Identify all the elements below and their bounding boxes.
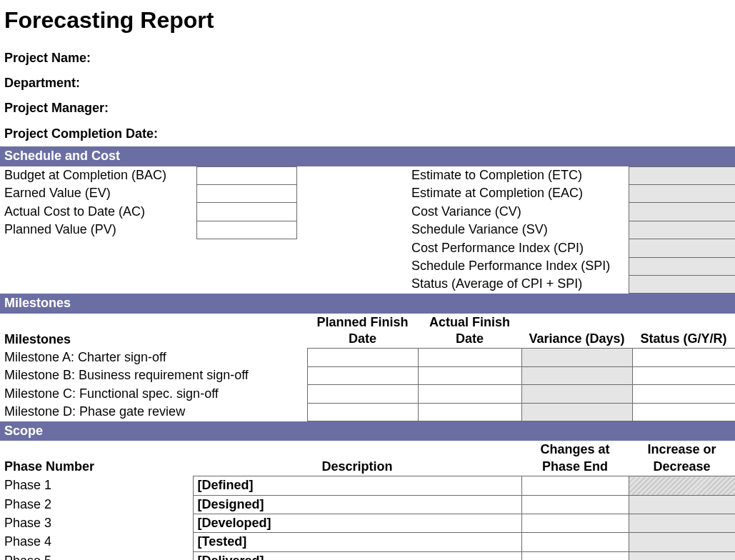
milestone-variance[interactable] xyxy=(521,403,632,421)
milestones-table: Milestones Planned Finish Date Actual Fi… xyxy=(0,314,735,421)
scope-incdec[interactable] xyxy=(629,551,735,560)
schedule-cost-table: Budget at Completion (BAC) Estimate to C… xyxy=(0,166,735,294)
sc-right-label: Status (Average of CPI + SPI) xyxy=(407,275,629,293)
sc-right-value[interactable] xyxy=(629,275,735,293)
milestone-status[interactable] xyxy=(632,349,735,366)
section-scope: Scope xyxy=(0,421,735,441)
table-row: Milestone B: Business requirement sign-o… xyxy=(0,366,735,384)
sc-right-value[interactable] xyxy=(629,166,735,184)
milestone-status[interactable] xyxy=(632,366,735,384)
milestones-col: Status (G/Y/R) xyxy=(632,314,735,349)
scope-col: Phase Number xyxy=(0,441,193,476)
scope-phase: Phase 2 xyxy=(0,495,193,514)
section-schedule-cost: Schedule and Cost xyxy=(0,146,735,166)
scope-changes[interactable] xyxy=(521,495,629,514)
milestone-planned[interactable] xyxy=(307,385,418,403)
sc-right-value[interactable] xyxy=(629,203,735,221)
meta-completion-date: Project Completion Date: xyxy=(0,121,735,146)
scope-desc[interactable]: [Developed] xyxy=(193,514,521,532)
scope-desc[interactable]: [Delivered] xyxy=(193,551,521,560)
scope-col: Increase or Decrease xyxy=(629,441,735,476)
milestone-variance[interactable] xyxy=(521,349,632,366)
sc-right-label: Schedule Performance Index (SPI) xyxy=(407,257,629,275)
scope-col: Description xyxy=(193,441,521,476)
table-row: Phase 3 [Developed] xyxy=(0,514,735,532)
table-row: Milestone A: Charter sign-off xyxy=(0,349,735,366)
scope-desc[interactable]: [Designed] xyxy=(193,495,521,514)
table-row: Phase 1 [Defined] xyxy=(0,476,735,495)
sc-left-label: Earned Value (EV) xyxy=(0,184,196,202)
meta-project-manager: Project Manager: xyxy=(0,96,735,121)
milestone-name: Milestone B: Business requirement sign-o… xyxy=(0,366,307,384)
milestone-name: Milestone D: Phase gate review xyxy=(0,403,307,421)
table-row: Phase 4 [Tested] xyxy=(0,533,735,551)
milestones-col: Variance (Days) xyxy=(521,314,632,349)
scope-phase: Phase 4 xyxy=(0,533,193,551)
scope-changes[interactable] xyxy=(521,533,629,551)
milestone-planned[interactable] xyxy=(307,349,418,366)
milestone-planned[interactable] xyxy=(307,403,418,421)
milestone-actual[interactable] xyxy=(418,349,521,366)
milestone-actual[interactable] xyxy=(418,385,521,403)
scope-table: Phase Number Description Changes at Phas… xyxy=(0,441,735,560)
scope-incdec[interactable] xyxy=(629,533,735,551)
table-row: Phase 5 [Delivered] xyxy=(0,551,735,560)
scope-incdec[interactable] xyxy=(629,476,735,495)
milestones-col: Milestones xyxy=(0,314,307,349)
meta-project-name: Project Name: xyxy=(0,46,735,71)
milestone-name: Milestone C: Functional spec. sign-off xyxy=(0,385,307,403)
sc-right-label: Estimate at Completion (EAC) xyxy=(407,184,629,202)
milestone-actual[interactable] xyxy=(418,366,521,384)
scope-desc[interactable]: [Tested] xyxy=(193,533,521,551)
section-milestones: Milestones xyxy=(0,294,735,313)
scope-desc[interactable]: [Defined] xyxy=(193,476,521,495)
milestones-col: Actual Finish Date xyxy=(418,314,521,349)
sc-right-value[interactable] xyxy=(629,239,735,257)
page-title: Forecasting Report xyxy=(0,0,735,46)
sc-right-value[interactable] xyxy=(629,184,735,202)
milestones-col: Planned Finish Date xyxy=(307,314,418,349)
sc-left-label: Planned Value (PV) xyxy=(0,221,196,239)
sc-left-input[interactable] xyxy=(196,166,296,184)
sc-left-input[interactable] xyxy=(196,184,296,202)
milestone-planned[interactable] xyxy=(307,366,418,384)
scope-col: Changes at Phase End xyxy=(521,441,629,476)
sc-left-input[interactable] xyxy=(196,203,296,221)
scope-incdec[interactable] xyxy=(629,495,735,514)
sc-left-label: Budget at Completion (BAC) xyxy=(0,166,196,184)
scope-incdec[interactable] xyxy=(629,514,735,532)
milestone-variance[interactable] xyxy=(521,366,632,384)
table-row: Milestone D: Phase gate review xyxy=(0,403,735,421)
sc-right-value[interactable] xyxy=(629,221,735,239)
sc-right-label: Schedule Variance (SV) xyxy=(407,221,629,239)
meta-department: Department: xyxy=(0,71,735,96)
sc-right-label: Cost Variance (CV) xyxy=(407,203,629,221)
table-row: Phase 2 [Designed] xyxy=(0,495,735,514)
milestone-name: Milestone A: Charter sign-off xyxy=(0,349,307,366)
table-row: Milestone C: Functional spec. sign-off xyxy=(0,385,735,403)
scope-phase: Phase 5 xyxy=(0,551,193,560)
scope-changes[interactable] xyxy=(521,551,629,560)
scope-changes[interactable] xyxy=(521,514,629,532)
milestone-variance[interactable] xyxy=(521,385,632,403)
sc-right-label: Estimate to Completion (ETC) xyxy=(407,166,629,184)
milestone-actual[interactable] xyxy=(418,403,521,421)
milestone-status[interactable] xyxy=(632,385,735,403)
scope-phase: Phase 1 xyxy=(0,476,193,495)
scope-changes[interactable] xyxy=(521,476,629,495)
sc-right-label: Cost Performance Index (CPI) xyxy=(407,239,629,257)
sc-left-input[interactable] xyxy=(196,221,296,239)
sc-left-label: Actual Cost to Date (AC) xyxy=(0,203,196,221)
milestone-status[interactable] xyxy=(632,403,735,421)
scope-phase: Phase 3 xyxy=(0,514,193,532)
sc-right-value[interactable] xyxy=(629,257,735,275)
